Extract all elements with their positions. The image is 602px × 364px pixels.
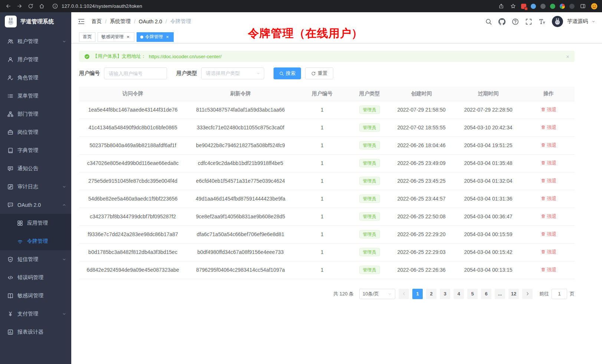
breadcrumb: 首页/系统管理/OAuth 2.0/令牌管理 <box>91 18 191 25</box>
prev-page-button[interactable] <box>399 289 409 299</box>
delete-icon <box>541 143 546 148</box>
sidebar-toggle-icon[interactable] <box>78 18 85 25</box>
sensitive-word-icon <box>7 293 13 299</box>
browser-home-icon[interactable] <box>38 3 45 10</box>
refresh-token-cell: dfa6c71a50a54c66bef706ef9e6e8d81 <box>187 225 294 243</box>
sidebar-item-notice[interactable]: 通知公告 <box>0 159 71 178</box>
tab-sensitive-word[interactable]: 敏感词管理× <box>98 32 134 42</box>
force-logout-button[interactable]: 强退 <box>541 267 557 273</box>
user-type-select[interactable]: 请选择用户类型 <box>201 67 264 79</box>
app-logo[interactable]: 芋道管理系统 <box>0 12 71 31</box>
page-button-12[interactable]: 12 <box>508 289 519 299</box>
column-header: 操作 <box>523 87 575 101</box>
user-type-label: 用户类型 <box>176 70 197 77</box>
sidebar-item-report[interactable]: 报表设计器 <box>0 323 71 341</box>
browser-address-bar[interactable]: 127.0.0.1:1024/system/oauth2/token <box>49 3 494 10</box>
sidebar-item-oauth2[interactable]: OAuth 2.0 <box>0 196 71 214</box>
fullscreen-icon[interactable] <box>525 18 532 25</box>
page-button-1[interactable]: 1 <box>412 289 423 299</box>
sidebar-item-label: 通知公告 <box>17 165 38 172</box>
extension-green-icon[interactable] <box>550 4 555 9</box>
alert-close-icon[interactable]: × <box>566 53 569 60</box>
breadcrumb-item[interactable]: OAuth 2.0 <box>139 19 162 24</box>
share-icon[interactable] <box>497 3 505 10</box>
page-button-2[interactable]: 2 <box>426 289 436 299</box>
force-logout-button[interactable]: 强退 <box>541 178 557 184</box>
action-cell: 强退 <box>523 243 575 261</box>
page-button-6[interactable]: 6 <box>481 289 491 299</box>
extension-red-icon[interactable] <box>521 4 526 9</box>
force-logout-button[interactable]: 强退 <box>541 106 557 113</box>
sidebar-item-pay[interactable]: 支付管理 <box>0 305 71 323</box>
search-button[interactable]: 搜索 <box>274 67 301 79</box>
browser-reload-icon[interactable] <box>27 3 34 10</box>
user-id-input[interactable] <box>104 67 167 79</box>
breadcrumb-item[interactable]: 系统管理 <box>110 18 131 25</box>
sidebar-item-role[interactable]: 角色管理 <box>0 69 71 87</box>
user-id-cell: 1 <box>294 190 350 208</box>
extension-dark-icon[interactable] <box>540 4 546 9</box>
close-tab-icon[interactable]: × <box>125 34 131 40</box>
oauth2-icon <box>7 202 13 208</box>
reset-button[interactable]: 重置 <box>305 67 333 79</box>
expire-time-cell: 2054-03-04 00:36:47 <box>454 208 523 225</box>
goto-page-input[interactable] <box>552 289 567 299</box>
force-logout-button[interactable]: 强退 <box>541 195 557 202</box>
extensions-puzzle-icon[interactable] <box>560 4 565 9</box>
sidebar-item-post[interactable]: 岗位管理 <box>0 123 71 141</box>
page-button-5[interactable]: 5 <box>467 289 478 299</box>
force-logout-label: 强退 <box>547 231 557 238</box>
doc-link[interactable]: https://doc.iocoder.cn/user-center/ <box>149 54 222 59</box>
bookmark-star-icon[interactable] <box>509 3 517 10</box>
force-logout-button[interactable]: 强退 <box>541 249 557 255</box>
sidebar-item-dept[interactable]: 部门管理 <box>0 105 71 123</box>
extension-dark2-icon[interactable] <box>569 4 575 9</box>
page-button-3[interactable]: 3 <box>440 289 450 299</box>
report-icon <box>7 329 13 335</box>
side-panel-icon[interactable] <box>579 3 586 10</box>
force-logout-button[interactable]: 强退 <box>541 160 557 166</box>
tab-home[interactable]: 首页 <box>79 32 95 42</box>
github-icon[interactable] <box>498 18 506 25</box>
header-actions: 芋道源码 <box>485 16 596 27</box>
sidebar-item-sensitive-word[interactable]: 敏感词管理 <box>0 287 71 305</box>
close-tab-icon[interactable]: × <box>165 34 170 40</box>
pagination: 共 120 条 10条/页 123456...12 前往 页 <box>79 289 575 299</box>
site-info-icon[interactable] <box>51 3 59 10</box>
force-logout-button[interactable]: 强退 <box>541 142 557 149</box>
font-size-icon[interactable] <box>539 18 546 25</box>
page-size-select[interactable]: 10条/页 <box>359 289 395 299</box>
page-button-4[interactable]: 4 <box>454 289 464 299</box>
help-icon[interactable] <box>512 18 519 25</box>
user-avatar[interactable] <box>552 16 563 27</box>
sidebar-item-dict[interactable]: 字典管理 <box>0 141 71 159</box>
page-ellipsis[interactable]: ... <box>495 289 505 299</box>
sidebar-item-sms[interactable]: 短信管理 <box>0 250 71 268</box>
table-body: 1ea5e44f8bc1467aaede43144f31de76811c5304… <box>79 101 575 279</box>
next-page-button[interactable] <box>522 289 533 299</box>
sidebar-item-menu[interactable]: 菜单管理 <box>0 87 71 105</box>
sidebar-item-tenant[interactable]: 租户管理 <box>0 32 71 50</box>
force-logout-button[interactable]: 强退 <box>541 231 557 238</box>
user-type-cell: 管理员 <box>350 261 389 279</box>
sidebar-item-audit-log[interactable]: 审计日志 <box>0 178 71 196</box>
table-row: 41c41346a548490f9dc8b01c6bfe0865333ecfc7… <box>79 119 575 136</box>
expire-time-cell: 2054-03-04 01:32:04 <box>454 172 523 190</box>
breadcrumb-item[interactable]: 首页 <box>91 18 102 25</box>
sidebar-item-user[interactable]: 用户管理 <box>0 50 71 69</box>
sidebar-item-error-code[interactable]: 错误码管理 <box>0 268 71 287</box>
tab-label: 敏感词管理 <box>101 34 124 40</box>
force-logout-button[interactable]: 强退 <box>541 124 557 131</box>
extension-blue-icon[interactable] <box>531 4 536 9</box>
sidebar-item-oauth2-token[interactable]: 令牌管理 <box>0 232 71 250</box>
sidebar-item-oauth2-app[interactable]: 应用管理 <box>0 214 71 232</box>
user-name[interactable]: 芋道源码 <box>567 18 588 25</box>
browser-back-icon[interactable] <box>4 3 12 10</box>
force-logout-label: 强退 <box>547 213 557 220</box>
force-logout-button[interactable]: 强退 <box>541 213 557 220</box>
search-icon[interactable] <box>485 18 492 25</box>
browser-forward-icon[interactable] <box>16 3 23 10</box>
user-menu-caret-icon[interactable] <box>591 19 596 24</box>
browser-profile-avatar[interactable] <box>591 3 598 10</box>
tab-token[interactable]: 令牌管理× <box>137 32 174 42</box>
